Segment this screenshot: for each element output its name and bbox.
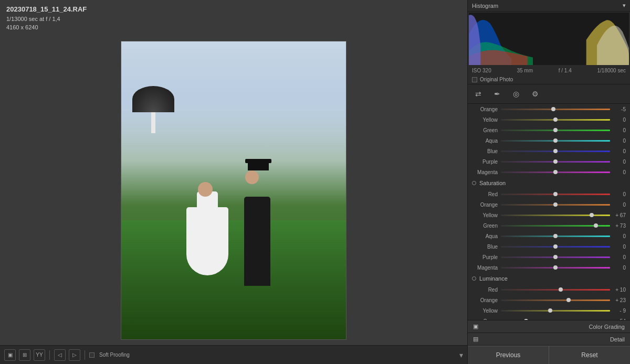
sat-aqua-thumb[interactable]	[553, 234, 558, 238]
lum-yellow-track[interactable]	[501, 310, 610, 312]
sat-purple-thumb[interactable]	[553, 255, 558, 259]
hue-green-value: 0	[610, 127, 626, 133]
tool-icon-eye[interactable]: ◎	[510, 88, 522, 100]
lum-orange-value: + 23	[610, 297, 626, 303]
hue-green-label: Green	[472, 127, 501, 133]
dome-pillar	[151, 112, 155, 133]
original-photo-row: Original Photo	[468, 75, 630, 84]
sat-yellow-thumb[interactable]	[590, 213, 594, 217]
dome-top	[132, 86, 174, 112]
lum-red-row: Red + 10	[468, 284, 630, 295]
hue-orange-track[interactable]	[501, 109, 610, 110]
lum-orange-thumb[interactable]	[566, 298, 571, 302]
lum-orange-track[interactable]	[501, 299, 610, 301]
hue-orange-thumb[interactable]	[551, 107, 555, 111]
hue-yellow-row: Yellow 0	[468, 114, 630, 125]
hue-orange-row: Orange -5	[468, 104, 630, 114]
saturation-section-header[interactable]: Saturation	[468, 177, 630, 189]
groom-body	[244, 197, 270, 286]
lum-red-thumb[interactable]	[559, 287, 563, 292]
lum-red-track[interactable]	[501, 289, 610, 291]
detail-bar[interactable]: ▤ Detail	[468, 333, 630, 345]
hue-purple-label: Purple	[472, 159, 501, 165]
sliders-panel[interactable]: Orange -5 Yellow 0 Green 0	[468, 104, 630, 320]
color-grading-label: Color Grading	[589, 324, 625, 330]
bride-head	[198, 182, 213, 197]
photo-background	[121, 41, 346, 339]
photo-area: 20230718_15_11_24.RAF 1/13000 sec at f /…	[0, 0, 467, 364]
sat-yellow-track[interactable]	[501, 215, 610, 216]
hue-magenta-label: Magenta	[472, 169, 501, 175]
sat-purple-track[interactable]	[501, 256, 610, 258]
sat-purple-row: Purple 0	[468, 252, 630, 262]
sat-red-thumb[interactable]	[553, 192, 558, 196]
original-photo-checkbox[interactable]	[472, 77, 477, 82]
hue-yellow-label: Yellow	[472, 117, 501, 123]
lum-red-label: Red	[472, 287, 501, 293]
hue-blue-value: 0	[610, 148, 626, 154]
hue-magenta-track[interactable]	[501, 172, 610, 173]
histogram-section: Histogram ▾ ISO 3	[468, 0, 630, 84]
groom-hat-brim	[245, 159, 271, 163]
hue-orange-label: Orange	[472, 106, 501, 112]
histogram-aperture: f / 1.4	[559, 68, 572, 73]
histogram-dropdown[interactable]: ▾	[623, 2, 626, 9]
histogram-canvas	[469, 13, 629, 65]
sat-blue-thumb[interactable]	[553, 244, 558, 249]
dropdown-arrow[interactable]: ▾	[459, 351, 463, 359]
hue-aqua-value: 0	[610, 138, 626, 144]
toolbar-icon-btn-1[interactable]: ▣	[4, 349, 16, 361]
sat-aqua-track[interactable]	[501, 235, 610, 237]
lum-green-thumb[interactable]	[524, 319, 528, 320]
bottom-buttons: Previous Reset	[468, 345, 630, 364]
hue-green-thumb[interactable]	[553, 128, 558, 132]
soft-proofing[interactable]: Soft Proofing	[89, 352, 130, 358]
tool-icon-brush[interactable]: ✒	[491, 88, 503, 100]
sat-green-thumb[interactable]	[594, 223, 598, 228]
reset-button[interactable]: Reset	[549, 346, 630, 364]
hue-yellow-track[interactable]	[501, 119, 610, 121]
histogram-title: Histogram	[472, 3, 498, 9]
sat-magenta-track[interactable]	[501, 267, 610, 269]
hue-blue-row: Blue 0	[468, 146, 630, 156]
hue-green-row: Green 0	[468, 125, 630, 135]
tool-icons-row: ⇄ ✒ ◎ ⚙	[468, 84, 630, 104]
tool-icon-target[interactable]: ⇄	[472, 88, 485, 100]
hue-purple-row: Purple 0	[468, 156, 630, 167]
toolbar-separator-1	[49, 350, 50, 360]
hue-blue-thumb[interactable]	[553, 149, 558, 153]
hue-aqua-thumb[interactable]	[553, 138, 558, 143]
lum-yellow-thumb[interactable]	[548, 308, 552, 313]
hue-purple-track[interactable]	[501, 161, 610, 163]
hue-aqua-row: Aqua 0	[468, 135, 630, 146]
right-panel: Histogram ▾ ISO 3	[467, 0, 630, 364]
hue-aqua-track[interactable]	[501, 140, 610, 142]
hue-blue-track[interactable]	[501, 151, 610, 152]
previous-button[interactable]: Previous	[468, 346, 549, 364]
toolbar-icon-btn-2[interactable]: ⊞	[19, 349, 30, 361]
hue-purple-thumb[interactable]	[553, 159, 558, 164]
sat-blue-label: Blue	[472, 244, 501, 250]
soft-proofing-checkbox[interactable]	[89, 352, 94, 358]
color-grading-bar[interactable]: ▣ Color Grading	[468, 320, 630, 333]
hue-aqua-label: Aqua	[472, 138, 501, 144]
tool-icon-settings[interactable]: ⚙	[529, 88, 541, 100]
sat-orange-thumb[interactable]	[553, 202, 558, 207]
hue-yellow-thumb[interactable]	[553, 117, 558, 122]
sat-magenta-thumb[interactable]	[553, 265, 558, 270]
sat-green-track[interactable]	[501, 225, 610, 227]
sat-red-track[interactable]	[501, 194, 610, 195]
luminance-section-header[interactable]: Luminance	[468, 273, 630, 284]
sat-green-row: Green + 73	[468, 220, 630, 231]
hue-magenta-thumb[interactable]	[553, 170, 558, 174]
sat-blue-track[interactable]	[501, 246, 610, 248]
sat-magenta-row: Magenta 0	[468, 262, 630, 273]
saturation-dot	[472, 181, 476, 185]
sat-orange-track[interactable]	[501, 204, 610, 206]
lum-orange-label: Orange	[472, 297, 501, 303]
toolbar-nav-next[interactable]: ▷	[69, 349, 80, 361]
lum-orange-row: Orange + 23	[468, 295, 630, 305]
toolbar-icon-btn-3[interactable]: YY	[34, 349, 45, 361]
hue-green-track[interactable]	[501, 130, 610, 131]
toolbar-nav-prev[interactable]: ◁	[54, 349, 66, 361]
